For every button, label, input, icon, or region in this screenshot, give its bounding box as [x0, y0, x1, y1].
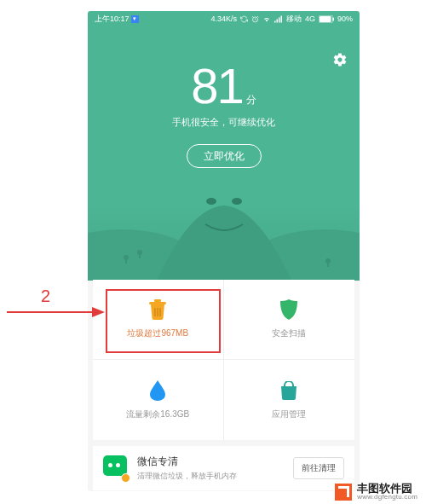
tile-label: 流量剩余16.3GB [126, 408, 189, 420]
svg-rect-11 [154, 299, 161, 302]
svg-marker-16 [92, 307, 105, 317]
tile-data[interactable]: 流量剩余16.3GB [93, 360, 224, 440]
tile-label: 垃圾超过967MB [127, 327, 188, 339]
tree-decoration [137, 250, 142, 255]
feature-grid: 垃圾超过967MB 安全扫描 流量剩余16.3GB 应用管理 [93, 280, 354, 440]
svg-rect-10 [149, 302, 166, 304]
wifi-icon [262, 15, 271, 23]
svg-rect-3 [279, 17, 280, 22]
watermark-logo [335, 484, 352, 501]
svg-rect-1 [274, 20, 276, 22]
svg-point-8 [206, 198, 216, 205]
signal-icon [274, 15, 283, 23]
bag-icon [279, 380, 299, 401]
promo-subtitle: 清理微信垃圾，释放手机内存 [137, 471, 285, 482]
status-speed: 4.34K/s [210, 14, 237, 23]
watermark: 丰图软件园 www.dgfengtu.com [335, 483, 417, 501]
svg-rect-4 [280, 15, 282, 22]
status-time: 上午10:17 [95, 14, 130, 25]
svg-rect-13 [157, 308, 158, 316]
trash-icon [147, 299, 168, 320]
sync-icon [240, 15, 248, 23]
alarm-icon [251, 15, 259, 23]
score-unit: 分 [246, 94, 256, 106]
tile-apps[interactable]: 应用管理 [224, 360, 355, 440]
mountain-decoration [156, 190, 292, 281]
gear-icon [332, 52, 348, 67]
optimize-button[interactable]: 立即优化 [187, 144, 262, 168]
settings-button[interactable] [332, 52, 348, 71]
svg-rect-2 [276, 19, 278, 22]
svg-rect-7 [332, 17, 334, 20]
score-subtitle: 手机很安全，可继续优化 [88, 116, 360, 129]
optimize-button-label: 立即优化 [204, 149, 245, 164]
tile-label: 应用管理 [272, 408, 306, 420]
status-carrier: 移动 [286, 14, 302, 25]
promo-row: 微信专清 清理微信垃圾，释放手机内存 前往清理 [93, 446, 354, 490]
tile-scan[interactable]: 安全扫描 [224, 280, 355, 360]
status-battery: 90% [337, 14, 353, 23]
annotation-number: 2 [41, 287, 50, 306]
tile-trash[interactable]: 垃圾超过967MB [93, 280, 224, 360]
score-value: 81 [191, 57, 243, 114]
svg-rect-12 [154, 308, 156, 316]
hero-section: 81分 手机很安全，可继续优化 立即优化 [88, 26, 360, 281]
svg-rect-6 [320, 16, 331, 22]
wechat-clean-icon [103, 455, 129, 481]
annotation-arrow [7, 305, 105, 319]
battery-icon [319, 15, 334, 23]
svg-point-9 [232, 198, 242, 205]
shield-icon [279, 299, 299, 320]
promo-action-label: 前往清理 [302, 463, 336, 472]
watermark-url: www.dgfengtu.com [357, 494, 417, 501]
status-bar: 上午10:17 ▾ 4.34K/s 移动 4G 90% [88, 11, 360, 26]
status-net: 4G [305, 14, 315, 23]
promo-title: 微信专清 [137, 455, 285, 469]
tree-decoration [325, 258, 331, 264]
drop-icon [147, 380, 168, 401]
phone-frame: 上午10:17 ▾ 4.34K/s 移动 4G 90% [88, 11, 360, 491]
promo-action-button[interactable]: 前往清理 [293, 457, 344, 479]
status-badge-icon: ▾ [131, 15, 139, 23]
tile-label: 安全扫描 [272, 327, 306, 339]
tree-decoration [124, 255, 129, 260]
svg-rect-14 [159, 308, 161, 316]
